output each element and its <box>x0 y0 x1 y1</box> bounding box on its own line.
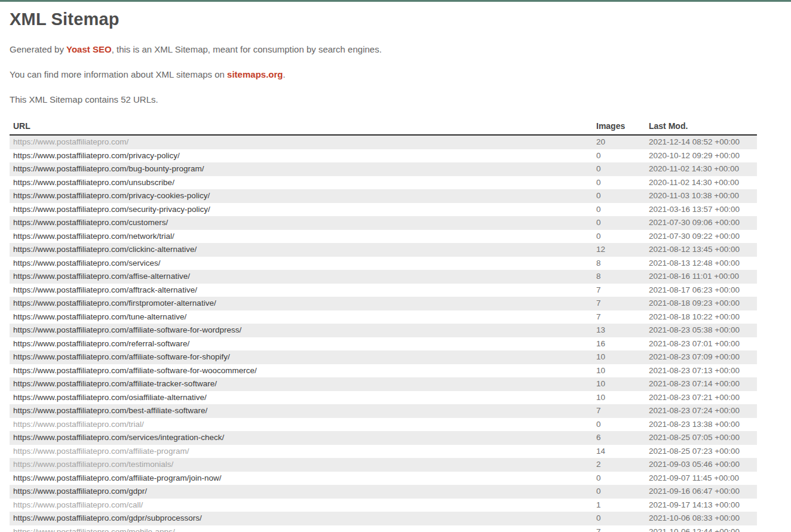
last-modified: 2021-10-06 08:33 +00:00 <box>645 512 757 525</box>
sitemap-url-link[interactable]: https://www.postaffiliatepro.com/affilia… <box>13 379 217 388</box>
sitemap-url-link[interactable]: https://www.postaffiliatepro.com/affilia… <box>13 473 221 482</box>
url-cell: https://www.postaffiliatepro.com/bug-bou… <box>10 162 593 176</box>
sitemap-url-link[interactable]: https://www.postaffiliatepro.com/affilia… <box>13 366 257 375</box>
images-count: 0 <box>593 216 645 230</box>
sitemap-url-link[interactable]: https://www.postaffiliatepro.com/clickin… <box>13 245 197 254</box>
images-count: 6 <box>593 431 645 445</box>
url-cell: https://www.postaffiliatepro.com/affilia… <box>10 364 593 378</box>
images-count: 2 <box>593 458 645 472</box>
table-row: https://www.postaffiliatepro.com/affilia… <box>10 377 757 391</box>
last-modified: 2021-09-16 06:47 +00:00 <box>645 485 757 499</box>
last-modified: 2021-09-03 05:46 +00:00 <box>645 458 757 472</box>
last-modified: 2021-08-23 07:09 +00:00 <box>645 350 757 364</box>
sitemap-url-link[interactable]: https://www.postaffiliatepro.com/afftrac… <box>13 285 197 294</box>
sitemap-table: URL Images Last Mod. https://www.postaff… <box>10 120 757 532</box>
images-count: 7 <box>593 404 645 418</box>
last-modified: 2021-08-23 05:38 +00:00 <box>645 324 757 337</box>
images-count: 10 <box>593 364 645 378</box>
yoast-seo-link[interactable]: Yoast SEO <box>66 44 112 54</box>
images-count: 8 <box>593 257 645 270</box>
url-cell: https://www.postaffiliatepro.com/afftrac… <box>10 284 593 297</box>
last-modified: 2021-08-16 11:01 +00:00 <box>645 270 757 284</box>
sitemap-url-link[interactable]: https://www.postaffiliatepro.com/unsubsc… <box>13 178 174 187</box>
images-count: 0 <box>593 203 645 217</box>
sitemap-url-link[interactable]: https://www.postaffiliatepro.com/affilia… <box>13 352 230 361</box>
table-row: https://www.postaffiliatepro.com/affise-… <box>10 270 757 284</box>
url-cell: https://www.postaffiliatepro.com/mobile-… <box>10 525 593 532</box>
url-cell: https://www.postaffiliatepro.com/tune-al… <box>10 310 593 324</box>
table-row: https://www.postaffiliatepro.com/tune-al… <box>10 310 757 324</box>
sitemap-url-link[interactable]: https://www.postaffiliatepro.com/bug-bou… <box>13 164 204 173</box>
sitemap-url-link[interactable]: https://www.postaffiliatepro.com/testimo… <box>13 460 173 469</box>
last-modified: 2021-10-06 12:44 +00:00 <box>645 525 757 532</box>
last-modified: 2021-08-18 10:22 +00:00 <box>645 310 757 324</box>
table-row: https://www.postaffiliatepro.com/clickin… <box>10 243 757 257</box>
last-modified: 2020-11-03 10:38 +00:00 <box>645 189 757 203</box>
url-cell: https://www.postaffiliatepro.com/service… <box>10 431 593 445</box>
table-row: https://www.postaffiliatepro.com/affilia… <box>10 472 757 485</box>
table-row: https://www.postaffiliatepro.com/affilia… <box>10 445 757 459</box>
sitemap-url-link[interactable]: https://www.postaffiliatepro.com/securit… <box>13 205 210 214</box>
table-row: https://www.postaffiliatepro.com/mobile-… <box>10 525 757 532</box>
sitemap-url-link[interactable]: https://www.postaffiliatepro.com/affilia… <box>13 325 241 334</box>
table-row: https://www.postaffiliatepro.com/trial/0… <box>10 418 757 432</box>
sitemap-url-link[interactable]: https://www.postaffiliatepro.com/referra… <box>13 339 189 348</box>
table-row: https://www.postaffiliatepro.com/bug-bou… <box>10 162 757 176</box>
sitemap-url-link[interactable]: https://www.postaffiliatepro.com/privacy… <box>13 151 180 160</box>
images-count: 1 <box>593 499 645 512</box>
sitemap-url-link[interactable]: https://www.postaffiliatepro.com/privacy… <box>13 191 210 200</box>
images-count: 16 <box>593 337 645 351</box>
sitemaps-org-link[interactable]: sitemaps.org <box>227 69 283 79</box>
sitemap-url-link[interactable]: https://www.postaffiliatepro.com/call/ <box>13 500 143 509</box>
sitemap-url-link[interactable]: https://www.postaffiliatepro.com/network… <box>13 232 174 241</box>
table-row: https://www.postaffiliatepro.com/service… <box>10 431 757 445</box>
last-modified: 2021-08-23 07:24 +00:00 <box>645 404 757 418</box>
last-modified: 2020-11-02 14:30 +00:00 <box>645 162 757 176</box>
last-modified: 2021-08-23 07:21 +00:00 <box>645 391 757 405</box>
intro-text-before: Generated by <box>10 44 66 54</box>
sitemap-url-link[interactable]: https://www.postaffiliatepro.com/gdpr/ <box>13 487 147 496</box>
sitemap-url-link[interactable]: https://www.postaffiliatepro.com/firstpr… <box>13 299 216 307</box>
sitemap-url-link[interactable]: https://www.postaffiliatepro.com/service… <box>13 433 224 442</box>
table-row: https://www.postaffiliatepro.com/call/12… <box>10 499 757 512</box>
images-count: 0 <box>593 472 645 485</box>
url-cell: https://www.postaffiliatepro.com/securit… <box>10 203 593 217</box>
sitemap-url-link[interactable]: https://www.postaffiliatepro.com/gdpr/su… <box>13 513 202 522</box>
column-header-images: Images <box>593 120 645 135</box>
images-count: 10 <box>593 391 645 405</box>
table-row: https://www.postaffiliatepro.com/privacy… <box>10 149 757 163</box>
last-modified: 2021-08-25 07:23 +00:00 <box>645 445 757 459</box>
sitemap-url-link[interactable]: https://www.postaffiliatepro.com/osiaffi… <box>13 393 207 402</box>
table-row: https://www.postaffiliatepro.com/gdpr/02… <box>10 485 757 499</box>
last-modified: 2020-10-12 09:29 +00:00 <box>645 149 757 163</box>
url-cell: https://www.postaffiliatepro.com/affilia… <box>10 472 593 485</box>
last-modified: 2021-08-18 09:23 +00:00 <box>645 297 757 310</box>
sitemap-page: XML Sitemap Generated by Yoast SEO, this… <box>0 10 791 532</box>
images-count: 0 <box>593 418 645 432</box>
url-cell: https://www.postaffiliatepro.com/affilia… <box>10 324 593 337</box>
table-row: https://www.postaffiliatepro.com/afftrac… <box>10 284 757 297</box>
sitemap-url-link[interactable]: https://www.postaffiliatepro.com/trial/ <box>13 420 144 429</box>
info-text-after: . <box>283 69 285 79</box>
last-modified: 2021-08-17 06:23 +00:00 <box>645 284 757 297</box>
url-cell: https://www.postaffiliatepro.com/call/ <box>10 499 593 512</box>
sitemap-url-link[interactable]: https://www.postaffiliatepro.com/custome… <box>13 218 168 227</box>
sitemap-url-link[interactable]: https://www.postaffiliatepro.com/mobile-… <box>13 527 175 532</box>
images-count: 0 <box>593 149 645 163</box>
last-modified: 2021-08-23 07:13 +00:00 <box>645 364 757 378</box>
sitemap-url-link[interactable]: https://www.postaffiliatepro.com/affilia… <box>13 447 189 456</box>
last-modified: 2021-12-14 08:52 +00:00 <box>645 135 757 149</box>
last-modified: 2021-08-12 13:45 +00:00 <box>645 243 757 257</box>
table-row: https://www.postaffiliatepro.com/custome… <box>10 216 757 230</box>
sitemap-url-link[interactable]: https://www.postaffiliatepro.com/service… <box>13 259 161 267</box>
sitemap-url-link[interactable]: https://www.postaffiliatepro.com/ <box>13 137 128 146</box>
sitemap-url-link[interactable]: https://www.postaffiliatepro.com/affise-… <box>13 272 190 281</box>
table-row: https://www.postaffiliatepro.com/affilia… <box>10 350 757 364</box>
sitemap-url-link[interactable]: https://www.postaffiliatepro.com/tune-al… <box>13 312 186 321</box>
table-row: https://www.postaffiliatepro.com/affilia… <box>10 324 757 337</box>
url-cell: https://www.postaffiliatepro.com/testimo… <box>10 458 593 472</box>
last-modified: 2021-08-25 07:05 +00:00 <box>645 431 757 445</box>
sitemap-url-link[interactable]: https://www.postaffiliatepro.com/best-af… <box>13 406 207 415</box>
table-row: https://www.postaffiliatepro.com/osiaffi… <box>10 391 757 405</box>
url-cell: https://www.postaffiliatepro.com/gdpr/su… <box>10 512 593 525</box>
